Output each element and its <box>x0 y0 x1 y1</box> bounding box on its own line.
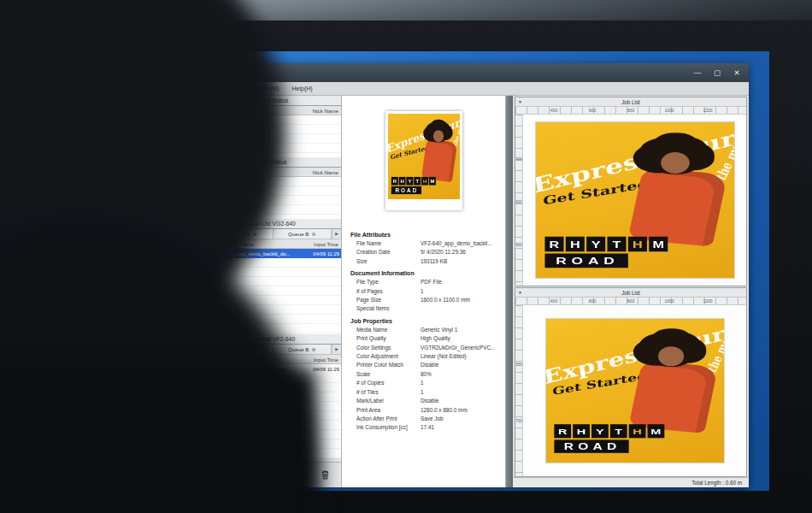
maximize-button[interactable]: ▢ <box>711 67 723 79</box>
property-row: Printer Color MatchDisable <box>350 361 500 369</box>
collapse-icon[interactable]: ▼ <box>518 97 522 107</box>
thumbnail-poster: Express Yourself listen to the music Get… <box>388 114 460 200</box>
column-input-time[interactable]: Input Time <box>304 357 338 363</box>
close-button[interactable]: ✕ <box>731 67 743 79</box>
ruler-tick-label: 800 <box>627 108 634 113</box>
property-label: Print Area <box>350 406 421 415</box>
property-row: Color SettingsVGTR2UkDrGr_GenericPVC... <box>350 344 500 352</box>
property-row: Mark/LabelDisable <box>350 397 500 405</box>
poster-title-letter: Y <box>406 177 413 186</box>
poster-title-block: RHYTHM ROAD <box>544 237 668 268</box>
ruler-tick-label: 1000 <box>664 108 674 113</box>
property-row: Color AdjustmentLinear (Not Edited) <box>350 352 500 361</box>
column-nick-name[interactable]: Nick Name <box>304 108 338 114</box>
panel-splitter[interactable] <box>506 96 513 487</box>
poster-figure-jacket <box>421 138 456 182</box>
property-value: 80% <box>421 370 500 379</box>
poster-artwork: Express Yourself listen to the music Get… <box>388 114 460 200</box>
queue-close-icon[interactable]: ⊗ <box>311 231 315 237</box>
property-label: Creation Date <box>350 248 421 256</box>
vg2-queue-b-tab[interactable]: Queue B ⊗ <box>274 229 332 239</box>
poster-title-letter: R <box>554 424 571 438</box>
ruler-tick-label: 800 <box>627 298 634 304</box>
minimize-button[interactable]: — <box>691 67 703 79</box>
poster-title-letter: H <box>627 237 646 251</box>
property-label: # of Pages <box>350 287 421 296</box>
title-bar: — ▢ ✕ <box>205 63 749 82</box>
layout-poster-2[interactable]: Express Yourself listen to the music Get… <box>546 319 724 463</box>
property-value: Generic Vinyl 1 <box>421 326 500 334</box>
column-nick-name[interactable]: Nick Name <box>304 169 338 175</box>
property-row: Action After PrintSave Job <box>350 415 500 423</box>
collapse-icon[interactable]: ▼ <box>518 288 522 298</box>
property-label: Printer Color Match <box>350 361 421 369</box>
property-label: Ink Consumption [cc] <box>350 423 421 432</box>
queue-next-button[interactable]: ▶ <box>332 345 341 354</box>
layout-canvas-1[interactable]: Express Yourself listen to the music Get… <box>523 115 746 286</box>
property-value: 1280.0 x 880.0 mm <box>421 406 500 415</box>
queue-b-label: Queue B <box>288 346 309 352</box>
poster-title-letter: H <box>628 424 645 438</box>
property-row: Creation Date9/ 4/2020 11:29:36 <box>350 248 500 256</box>
poster-artwork: Express Yourself listen to the music Get… <box>536 122 734 278</box>
column-input-time[interactable]: Input Time <box>304 241 338 247</box>
property-group-title: File Attributes <box>350 232 500 238</box>
preview-pane-2: ▼ Job List 40060080010001200 350700 Expr… <box>515 287 747 477</box>
ruler-tick-label: 600 <box>589 298 596 304</box>
property-value <box>421 304 500 313</box>
poster-title-letter: H <box>421 177 428 186</box>
property-value: Disable <box>421 361 500 369</box>
property-value: Save Job <box>421 415 500 423</box>
ruler-tick-label: 900 <box>515 243 522 247</box>
property-row: File NameVF2-640_app_demo_backli... <box>350 239 500 248</box>
poster-title-letter: T <box>414 177 421 186</box>
property-value: VF2-640_app_demo_backli... <box>421 239 500 248</box>
property-label: Action After Print <box>350 415 421 423</box>
property-value: VGTR2UkDrGr_GenericPVC... <box>421 344 500 352</box>
property-value: 193119 KB <box>421 257 500 266</box>
poster-title-letter: R <box>544 237 563 251</box>
poster-figure-jacket <box>627 167 727 246</box>
property-label: Color Adjustment <box>350 352 421 361</box>
property-label: Page Size <box>350 296 421 304</box>
job-preview-thumbnail[interactable]: Express Yourself listen to the music Get… <box>342 96 505 226</box>
property-label: Special Items <box>350 304 421 313</box>
poster-title-letter: M <box>428 177 435 186</box>
menu-item-help[interactable]: Help(H) <box>292 86 313 91</box>
property-label: Size <box>350 257 421 266</box>
poster-artwork: Express Yourself listen to the music Get… <box>546 319 724 463</box>
queue-close-icon[interactable]: ⊗ <box>311 346 315 352</box>
poster-title-road: ROAD <box>554 439 629 452</box>
poster-title-rhythm: RHYTHM <box>391 177 435 186</box>
status-bar: Total Length : 0.60 m <box>513 477 749 487</box>
property-label: Media Name <box>350 326 421 334</box>
pane-1-label: Job List <box>621 99 640 105</box>
property-value: PDF File <box>421 278 500 286</box>
pane-2-body: 350700 Express Yourself listen to the mu… <box>515 305 746 476</box>
property-group-title: Job Properties <box>350 318 500 324</box>
layout-canvas-2[interactable]: Express Yourself listen to the music Get… <box>523 305 746 476</box>
poster-title-road: ROAD <box>544 253 628 268</box>
preview-pane-1: ▼ Job List 40060080010001200 300600900 E… <box>515 97 747 286</box>
property-value: 1 <box>421 379 500 387</box>
property-row: Size193119 KB <box>350 257 500 266</box>
poster-title-letter: M <box>649 237 668 251</box>
property-row: Page Size1600.0 x 1100.0 mm <box>350 296 500 304</box>
property-row: Ink Consumption [cc]17.41 <box>350 423 500 432</box>
queue-next-button[interactable]: ▶ <box>332 229 341 239</box>
property-group-title: Document Information <box>350 270 500 276</box>
poster-title-letter: H <box>398 177 405 186</box>
property-value: 1 <box>421 287 500 296</box>
delete-job-icon[interactable] <box>320 469 331 481</box>
property-label: Print Quality <box>350 334 421 343</box>
layout-poster-1[interactable]: Express Yourself listen to the music Get… <box>536 122 734 278</box>
poster-title-letter: T <box>607 237 626 251</box>
poster-title-letter: Y <box>586 237 605 251</box>
property-label: # of Tiles <box>350 388 421 397</box>
poster-title-letter: H <box>565 237 584 251</box>
property-label: Color Settings <box>350 344 421 352</box>
poster-figure-face <box>658 346 684 366</box>
property-row: Print Area1280.0 x 880.0 mm <box>350 406 500 415</box>
preview-panel: ▼ Job List 40060080010001200 300600900 E… <box>513 96 749 487</box>
property-row: # of Copies1 <box>350 379 500 387</box>
